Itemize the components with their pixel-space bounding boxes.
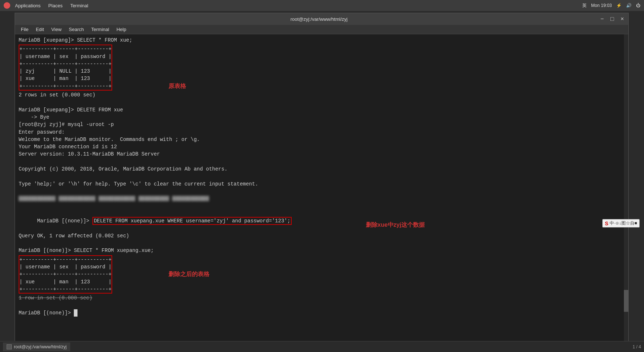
delete-command-highlight: DELETE FROM xuepang.xue WHERE username='… <box>92 217 292 225</box>
view-menu[interactable]: View <box>48 26 64 33</box>
delete-cmd-1: MariaDB [xuepang]> DELETE FROM xue <box>19 106 625 114</box>
places-menu[interactable]: Places <box>45 3 65 8</box>
maximize-button[interactable]: □ <box>610 16 614 22</box>
terminal-menu-item[interactable]: Terminal <box>88 26 112 33</box>
blurred-line: ████████████ ████████████ ████████████ █… <box>19 195 625 202</box>
annotation-original-table: 原表格 <box>168 82 186 91</box>
help-line: Type 'help;' or '\h' for help. Type '\c'… <box>19 180 625 188</box>
blank-5 <box>19 203 625 210</box>
table-border-2: +----------+------+----------+ <box>19 83 111 90</box>
annotation-after-delete: 删除之后的表格 <box>168 270 209 279</box>
table2-border-2: +----------+------+----------+ <box>19 286 111 293</box>
blank-4 <box>19 188 625 195</box>
table2-border-1: +----------+------+----------+ <box>19 256 111 263</box>
taskbar-page-indicator: 1 / 4 <box>633 344 641 349</box>
terminal-menu[interactable]: Terminal <box>67 3 91 8</box>
final-prompt: MariaDB [(none)]> <box>19 309 625 317</box>
rows-in-set-1: 2 rows in set (0.000 sec) <box>19 91 625 99</box>
blank-6 <box>19 240 625 247</box>
blank-7 <box>19 302 625 309</box>
taskbar-terminal-icon <box>7 344 12 349</box>
terminal-window: root@zyj:/var/www/html/zyj − □ × File Ed… <box>15 13 629 341</box>
help-menu[interactable]: Help <box>114 26 129 33</box>
blank-3 <box>19 173 625 180</box>
system-bar: Applications Places Terminal 英 Mon 19:03… <box>0 0 644 11</box>
sogou-ime-bar: S 中·⊙↓图☆自■ <box>602 219 640 227</box>
server-version-line: Server version: 10.3.11-MariaDB MariaDB … <box>19 150 625 158</box>
table-divider: +----------+------+----------+ <box>19 60 111 68</box>
bye-line: -> Bye <box>19 114 625 121</box>
query-ok-line: Query OK, 1 row affected (0.002 sec) <box>19 232 625 240</box>
delete-cmd-line: MariaDB [(none)]> DELETE FROM xuepang.xu… <box>19 210 625 232</box>
original-table-box: +----------+------+----------+ | usernam… <box>19 45 112 91</box>
window-title: root@zyj:/var/www/html/zyj <box>41 16 597 22</box>
language-indicator: 英 <box>582 3 587 9</box>
system-bar-left: Applications Places Terminal <box>4 2 91 9</box>
taskbar-item-label: root@zyj:/var/www/html/zyj <box>14 344 67 349</box>
blank-2 <box>19 158 625 165</box>
title-bar: root@zyj:/var/www/html/zyj − □ × <box>15 13 628 25</box>
blank-1 <box>19 99 625 106</box>
table-row-2: | xue | man | 123 | <box>19 75 111 82</box>
table2-row-1: | xue | man | 123 | <box>19 278 111 286</box>
applications-menu[interactable]: Applications <box>12 3 43 8</box>
scrollbar-thumb[interactable] <box>624 290 628 312</box>
enter-password: Enter password: <box>19 129 625 136</box>
table-border-1: +----------+------+----------+ <box>19 45 111 53</box>
table-header: | username | sex | password | <box>19 53 111 60</box>
network-icon: ⚡ <box>616 3 622 8</box>
copyright-line: Copyright (c) 2000, 2018, Oracle, MariaD… <box>19 165 625 173</box>
after-delete-table-box: +----------+------+----------+ | usernam… <box>19 255 112 294</box>
file-menu[interactable]: File <box>18 26 31 33</box>
sogou-controls: 中·⊙↓图☆自■ <box>610 220 637 226</box>
clock: Mon 19:03 <box>591 3 612 8</box>
taskbar: root@zyj:/var/www/html/zyj 1 / 4 <box>0 341 644 352</box>
terminal-line-1: MariaDB [xuepang]> SELECT * FROM xue; <box>19 37 625 44</box>
edit-menu[interactable]: Edit <box>33 26 47 33</box>
taskbar-terminal-item[interactable]: root@zyj:/var/www/html/zyj <box>3 343 70 351</box>
minimize-button[interactable]: − <box>601 16 604 22</box>
connection-id-line: Your MariaDB connection id is 12 <box>19 143 625 150</box>
rows-in-set-2: 1 row in set (0.000 sec) <box>19 294 625 302</box>
window-controls: − □ × <box>597 16 624 22</box>
annotation-delete-data: 删除xue中zyj这个数据 <box>366 221 425 229</box>
table-row-1: | zyj | NULL | 123 | <box>19 68 111 75</box>
menu-bar: File Edit View Search Terminal Help <box>15 25 628 34</box>
power-icon: ⏻ <box>636 3 640 8</box>
root-login-cmd: [root@zyj zyj]# mysql -uroot -p <box>19 121 625 128</box>
table2-header: | username | sex | password | <box>19 263 111 271</box>
scrollbar[interactable] <box>624 34 628 352</box>
search-menu[interactable]: Search <box>66 26 87 33</box>
terminal-content[interactable]: 原表格 MariaDB [xuepang]> SELECT * FROM xue… <box>15 34 628 341</box>
table2-divider: +----------+------+----------+ <box>19 271 111 278</box>
sogou-icon: S <box>605 221 608 226</box>
welcome-line: Welcome to the MariaDB monitor. Commands… <box>19 136 625 143</box>
system-bar-right: 英 Mon 19:03 ⚡ 🔊 ⏻ <box>582 3 640 9</box>
volume-icon: 🔊 <box>626 3 632 8</box>
select-cmd-2: MariaDB [(none)]> SELECT * FROM xuepang.… <box>19 247 625 254</box>
app-icon <box>4 2 10 9</box>
close-button[interactable]: × <box>621 16 624 22</box>
